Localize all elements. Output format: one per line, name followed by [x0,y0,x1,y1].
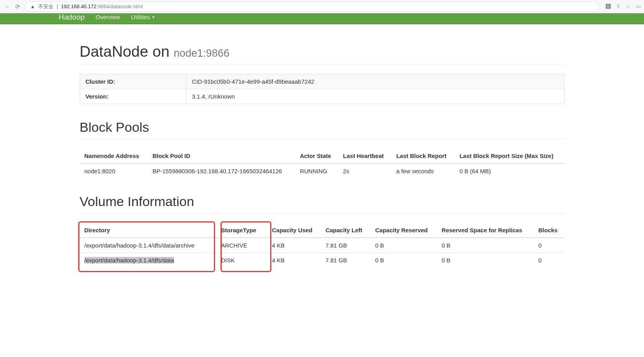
page-title-host: node1:9866 [174,47,230,59]
translate-icon[interactable]: 🅶 [606,4,611,9]
nav-utilities[interactable]: Utilities ▼ [131,15,155,19]
col-blockreport: Last Block Report [391,149,455,163]
bookmark-star-icon[interactable]: ☆ [626,4,631,9]
cell-heartbeat: 2s [338,163,391,178]
version-row: Version: 3.1.4, rUnknown [80,89,564,104]
cell-bpid: BP-1559880306-192.168.40.172-16650324641… [148,163,295,178]
nav-overview[interactable]: Overview [96,15,120,19]
volume-table-wrapper: Directory StorageType Capacity Used Capa… [80,223,565,267]
cell-capleft: 7.81 GB [321,238,370,253]
cell-capleft: 7.81 GB [321,253,370,268]
cell-capres: 0 B [370,253,437,268]
address-bar[interactable]: ▲ 不安全 | 192.168.40.172:9864/datanode.htm… [25,2,599,12]
highlighted-path: /export/data/hadoop-3.1.4/dfs/data [84,257,174,264]
cluster-id-row: Cluster ID: CID-91bc05b0-471e-4e99-a45f-… [80,74,564,89]
browser-chrome: → ⟳ ▲ 不安全 | 192.168.40.172:9864/datanode… [0,0,644,13]
block-pools-heading: Block Pools [80,120,565,139]
insecure-label: 不安全 [38,3,54,10]
table-row: node1:8020 BP-1559880306-192.168.40.172-… [80,163,565,178]
page-header: DataNode on node1:9866 [80,24,565,65]
volume-info-heading: Volume Information [80,194,565,213]
cell-blocks: 0 [534,253,565,268]
app-navbar: Hadoop Overview Utilities ▼ [0,13,644,24]
cell-blockreport: a few seconds [391,163,455,178]
cell-storagetype: ARCHIVE [217,238,267,253]
cell-namenode: node1:8020 [80,163,148,178]
col-heartbeat: Last Heartbeat [338,149,391,163]
chrome-right-icons: 🅶 ⇪ ☆ ▭ [606,4,641,9]
share-icon[interactable]: ⇪ [616,4,621,9]
col-capres: Capacity Reserved [370,223,437,238]
nav-overview-label: Overview [96,15,120,19]
volume-info-table: Directory StorageType Capacity Used Capa… [80,223,565,267]
col-blocks: Blocks [534,223,565,238]
cluster-id-label: Cluster ID: [80,74,187,89]
reader-icon[interactable]: ▭ [636,4,641,9]
cluster-id-value: CID-91bc05b0-471e-4e99-a45f-d9beaaab7242 [187,74,564,89]
cell-capused: 4 KB [267,253,321,268]
version-label: Version: [80,89,187,104]
table-row: /export/data/hadoop-3.1.4/dfs/data/archi… [80,238,565,253]
url-port: :9864 [97,4,109,9]
insecure-separator: | [57,4,58,9]
url-path: /datanode.html [109,4,143,9]
block-pools-header-row: Namenode Address Block Pool ID Actor Sta… [80,149,565,163]
cell-resrepl: 0 B [437,238,534,253]
url-text: 192.168.40.172:9864/datanode.html [61,4,143,9]
cell-blockreportsize: 0 B (64 MB) [455,163,564,178]
cell-blocks: 0 [534,238,565,253]
page-title: DataNode on node1:9866 [80,43,230,60]
forward-arrow-icon[interactable]: → [3,3,10,10]
brand-label[interactable]: Hadoop [59,15,85,19]
col-capleft: Capacity Left [321,223,370,238]
col-capused: Capacity Used [267,223,321,238]
version-value: 3.1.4, rUnknown [187,89,564,104]
col-actor: Actor State [295,149,338,163]
cluster-info-table: Cluster ID: CID-91bc05b0-471e-4e99-a45f-… [80,74,565,104]
cell-directory: /export/data/hadoop-3.1.4/dfs/data [80,253,217,268]
cell-resrepl: 0 B [437,253,534,268]
cell-directory: /export/data/hadoop-3.1.4/dfs/data/archi… [80,238,217,253]
col-directory: Directory [80,223,217,238]
cell-actor: RUNNING [295,163,338,178]
page-container: DataNode on node1:9866 Cluster ID: CID-9… [72,24,572,283]
page-title-prefix: DataNode on [80,43,174,60]
col-storagetype: StorageType [217,223,267,238]
chevron-down-icon: ▼ [151,15,155,19]
nav-utilities-label: Utilities [131,15,150,19]
table-row: /export/data/hadoop-3.1.4/dfs/data DISK … [80,253,565,268]
url-host: 192.168.40.172 [61,4,96,9]
col-resrepl: Reserved Space for Replicas [437,223,534,238]
volume-header-row: Directory StorageType Capacity Used Capa… [80,223,565,238]
cell-capres: 0 B [370,238,437,253]
cell-storagetype: DISK [217,253,267,268]
insecure-warning-icon: ▲ [30,4,35,9]
block-pools-table: Namenode Address Block Pool ID Actor Sta… [80,149,565,178]
col-bpid: Block Pool ID [148,149,295,163]
col-namenode: Namenode Address [80,149,148,163]
col-blockreportsize: Last Block Report Size (Max Size) [455,149,564,163]
cell-capused: 4 KB [267,238,321,253]
reload-icon[interactable]: ⟳ [14,3,21,10]
